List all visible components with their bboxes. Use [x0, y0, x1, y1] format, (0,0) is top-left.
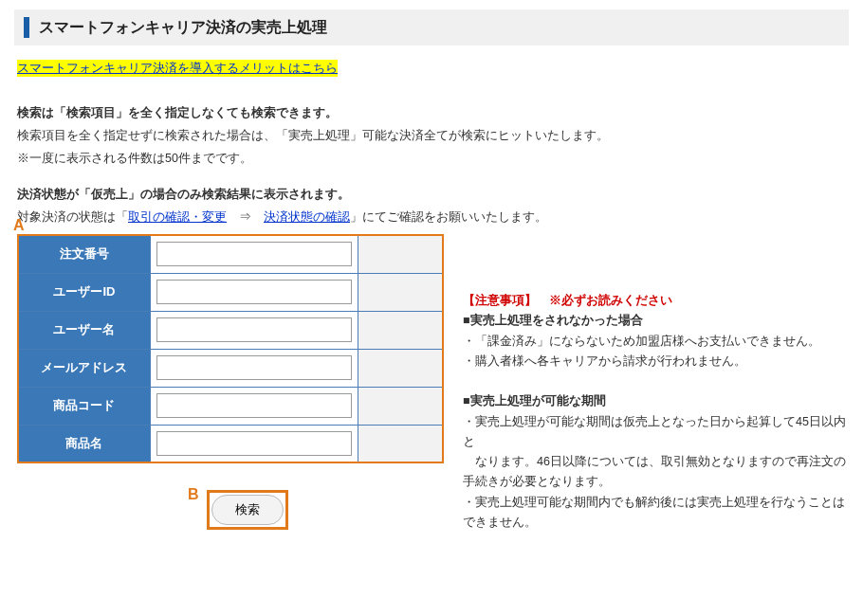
- link-status-confirm[interactable]: 決済状態の確認: [264, 210, 350, 224]
- notes-h1: ■実売上処理をされなかった場合: [463, 311, 846, 331]
- input-user-name[interactable]: [156, 317, 352, 342]
- notes-caution-heading: 【注意事項】 ※必ずお読みください: [463, 291, 846, 311]
- input-email[interactable]: [156, 355, 352, 380]
- label-order-no: 注文番号: [18, 235, 150, 273]
- intro-highlight-link[interactable]: スマートフォンキャリア決済を導入するメリットはこちら: [17, 61, 338, 75]
- label-user-name: ユーザー名: [18, 311, 150, 349]
- search-form-table: 注文番号 ユーザーID ユーザー名 メールアドレス: [17, 234, 444, 463]
- table-row: 商品コード: [18, 387, 443, 425]
- search-button-row: B 検索: [17, 490, 444, 530]
- intro-p5: 対象決済の状態は「取引の確認・変更 ⇒ 決済状態の確認」にてご確認をお願いいたし…: [17, 208, 846, 226]
- intro-highlight-link-wrap: スマートフォンキャリア決済を導入するメリットはこちら: [17, 60, 338, 77]
- table-row: メールアドレス: [18, 349, 443, 387]
- link-transaction-confirm[interactable]: 取引の確認・変更: [128, 210, 227, 224]
- marker-b: B: [188, 486, 199, 503]
- blank-cell: [358, 235, 443, 273]
- table-row: ユーザー名: [18, 311, 443, 349]
- intro-p1: 検索は「検索項目」を全く指定しなくても検索できます。: [17, 103, 846, 122]
- label-user-id: ユーザーID: [18, 273, 150, 311]
- blank-cell: [358, 425, 443, 462]
- notes-h2-line3: ・実売上処理可能な期間内でも解約後には実売上処理を行なうことはできません。: [463, 493, 846, 534]
- search-button[interactable]: 検索: [211, 495, 284, 525]
- input-user-id[interactable]: [156, 280, 352, 304]
- notes-panel: 【注意事項】 ※必ずお読みください ■実売上処理をされなかった場合 ・「課金済み…: [463, 234, 846, 533]
- blank-cell: [358, 273, 443, 311]
- table-row: 商品名: [18, 425, 443, 462]
- marker-a: A: [13, 217, 25, 234]
- notes-h1-line1: ・「課金済み」にならないため加盟店様へお支払いできません。: [463, 332, 846, 352]
- notes-h2-line2: なります。46日以降については、取引無効となりますので再注文の手続きが必要となり…: [463, 452, 846, 493]
- intro-p2: 検索項目を全く指定せずに検索された場合は、「実売上処理」可能な決済全てが検索にヒ…: [17, 126, 846, 145]
- header-accent-bar: [24, 17, 29, 38]
- page-header: スマートフォンキャリア決済の実売上処理: [14, 9, 849, 45]
- notes-h2-line1: ・実売上処理が可能な期間は仮売上となった日から起算して45日以内と: [463, 412, 846, 453]
- table-row: 注文番号: [18, 235, 443, 273]
- notes-h1-line2: ・購入者様へ各キャリアから請求が行われません。: [463, 352, 846, 371]
- content-area: スマートフォンキャリア決済を導入するメリットはこちら 検索は「検索項目」を全く指…: [0, 60, 863, 533]
- table-row: ユーザーID: [18, 273, 443, 311]
- blank-cell: [358, 349, 443, 387]
- page-title: スマートフォンキャリア決済の実売上処理: [39, 18, 327, 38]
- input-order-no[interactable]: [156, 242, 352, 266]
- intro-p3: ※一度に表示される件数は50件までです。: [17, 149, 846, 168]
- notes-h2: ■実売上処理が可能な期間: [463, 391, 846, 411]
- label-product-name: 商品名: [18, 425, 150, 462]
- intro-p4: 決済状態が「仮売上」の場合のみ検索結果に表示されます。: [17, 185, 846, 204]
- label-product-code: 商品コード: [18, 387, 150, 425]
- label-email: メールアドレス: [18, 349, 150, 387]
- search-button-highlight: 検索: [207, 490, 288, 530]
- input-product-name[interactable]: [156, 431, 352, 456]
- input-product-code[interactable]: [156, 393, 352, 418]
- search-form-wrap: A 注文番号 ユーザーID ユーザー名 メールア: [17, 234, 444, 530]
- blank-cell: [358, 311, 443, 349]
- blank-cell: [358, 387, 443, 425]
